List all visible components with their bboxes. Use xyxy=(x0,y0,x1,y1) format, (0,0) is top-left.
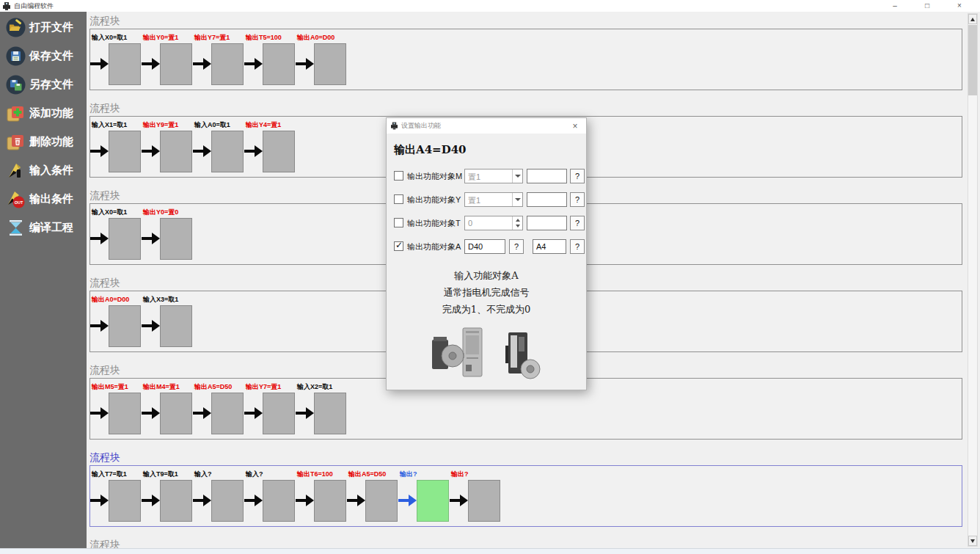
sidebar-item-label: 输入条件 xyxy=(29,164,73,178)
row-label-m: 输出功能对象M xyxy=(407,171,462,182)
sidebar-item-open-file[interactable]: 打开文件 xyxy=(0,13,87,42)
sidebar-item-compile-project[interactable]: 编译工程 xyxy=(0,214,87,242)
dialog-app-icon xyxy=(391,122,398,130)
minimize-button[interactable]: – xyxy=(879,0,911,12)
flow-cell: 输入X3=取1 xyxy=(142,295,193,347)
flow-step-box[interactable] xyxy=(263,393,295,434)
sidebar-item-input-condition[interactable]: 输入条件 xyxy=(0,156,87,185)
flow-step-box[interactable] xyxy=(109,218,141,260)
flow-step-box[interactable] xyxy=(109,393,141,434)
sidebar-item-delete-function[interactable]: 删除功能 xyxy=(0,128,87,156)
flow-cell-label: 输入? xyxy=(194,470,244,478)
scroll-up-icon xyxy=(970,18,975,21)
flow-arrow-icon xyxy=(142,305,160,347)
flow-arrow-icon xyxy=(193,130,211,172)
help-button-m[interactable]: ? xyxy=(570,169,585,183)
vertical-scrollbar[interactable] xyxy=(968,13,978,547)
sidebar-item-add-function[interactable]: 添加功能 xyxy=(0,99,87,128)
flow-step-box[interactable] xyxy=(109,43,141,85)
checkbox-y[interactable] xyxy=(394,194,403,204)
dialog-titlebar[interactable]: 设置输出功能 × xyxy=(387,118,586,134)
flow-step-box[interactable] xyxy=(314,480,346,522)
sidebar-item-label: 添加功能 xyxy=(29,106,73,120)
sidebar-item-output-condition[interactable]: OUT 输出条件 xyxy=(0,185,87,214)
output-condition-icon: OUT xyxy=(5,189,26,210)
flow-step-box[interactable] xyxy=(160,218,192,260)
value-input-t[interactable] xyxy=(527,216,567,230)
scroll-down-button[interactable] xyxy=(968,536,977,546)
flow-step-box[interactable] xyxy=(468,480,500,522)
taskbar-edge xyxy=(0,548,980,554)
spin-up-icon xyxy=(516,219,520,222)
flow-step-box[interactable] xyxy=(160,43,192,85)
flow-block-container[interactable]: 输入T7=取1输入T9=取1输入?输入?输出T6=100输出A5=D50输出?输… xyxy=(89,465,962,527)
flow-step-box[interactable] xyxy=(109,131,141,172)
flow-step-box[interactable] xyxy=(211,393,244,434)
help-button-t[interactable]: ? xyxy=(570,216,585,230)
data-register-input-a[interactable] xyxy=(464,239,505,254)
flow-step-box[interactable] xyxy=(160,393,192,434)
dialog-close-button[interactable]: × xyxy=(568,121,582,131)
save-as-file-icon xyxy=(5,75,26,95)
checkbox-t[interactable] xyxy=(394,218,403,227)
flow-step-box[interactable] xyxy=(211,131,244,172)
flow-step-box[interactable] xyxy=(211,480,244,522)
flow-step-box[interactable] xyxy=(263,43,295,85)
mode-dropdown-m[interactable]: 置1 xyxy=(464,169,523,183)
scroll-down-icon xyxy=(970,539,975,543)
dialog-rows: 输出功能对象M 置1 ? 输出功能对象Y 置1 ? xyxy=(387,169,586,254)
flow-step-box[interactable] xyxy=(314,43,346,85)
sidebar-item-save-as-file[interactable]: 另存文件 xyxy=(0,70,87,99)
close-button[interactable]: × xyxy=(943,0,976,12)
sidebar-item-save-file[interactable]: 保存文件 xyxy=(0,42,87,70)
help-button-a2[interactable]: ? xyxy=(570,239,585,254)
value-input-m[interactable] xyxy=(527,169,567,183)
flow-step-box[interactable] xyxy=(314,393,346,434)
output-function-dialog: 设置输出功能 × 输出A4=D40 输出功能对象M 置1 ? 输出功能对象Y 置… xyxy=(386,117,587,390)
flow-cell: 输入T7=取1 xyxy=(90,470,142,522)
axis-input-a[interactable] xyxy=(533,239,566,254)
help-button-y[interactable]: ? xyxy=(570,192,585,207)
value-input-y[interactable] xyxy=(527,192,567,207)
flow-block-title: 流程块 xyxy=(89,102,969,114)
flow-arrow-icon xyxy=(296,392,314,434)
flow-step-box[interactable] xyxy=(109,480,141,522)
flow-step-box[interactable] xyxy=(263,131,295,172)
help-button-a1[interactable]: ? xyxy=(509,239,524,254)
flow-step-box[interactable] xyxy=(160,480,192,522)
flow-step-box[interactable] xyxy=(263,480,295,522)
flow-step-box[interactable] xyxy=(365,480,398,522)
timer-spinner[interactable]: 0 xyxy=(464,216,523,230)
flow-cell: 输出Y0=置0 xyxy=(142,208,193,260)
scroll-up-button[interactable] xyxy=(968,14,977,24)
flow-block-title: 流程块 xyxy=(89,539,969,548)
flow-cell-label: 输入? xyxy=(246,470,296,478)
mode-dropdown-y[interactable]: 置1 xyxy=(464,192,523,207)
open-file-icon xyxy=(5,18,26,38)
spinner-value: 0 xyxy=(468,219,472,227)
flow-cell-label: 输出Y7=置1 xyxy=(194,33,244,42)
flow-arrow-icon xyxy=(142,392,160,434)
flow-block-container[interactable]: 输入X0=取1输出Y0=置1输出Y7=置1输出T5=100输出A0=D00 xyxy=(89,29,962,90)
compile-project-icon xyxy=(5,218,26,238)
flow-step-box[interactable] xyxy=(160,305,192,347)
spinner-buttons[interactable] xyxy=(512,216,522,230)
flow-step-box[interactable] xyxy=(160,131,192,172)
scrollbar-thumb[interactable] xyxy=(968,25,977,95)
flow-cell: 输出A5=D50 xyxy=(347,470,398,522)
flow-step-box[interactable] xyxy=(109,305,141,347)
flow-arrow-icon xyxy=(244,392,263,434)
flow-arrow-icon xyxy=(90,479,109,522)
flow-cell-label: 输入X1=取1 xyxy=(92,120,142,129)
note-line: 完成为1、不完成为0 xyxy=(387,301,586,318)
output-row-a: 输出功能对象A ? ? xyxy=(387,239,586,254)
row-label-a: 输出功能对象A xyxy=(407,241,461,252)
checkbox-m[interactable] xyxy=(394,171,403,181)
flow-cell-label: 输出Y0=置0 xyxy=(143,208,193,216)
flow-arrow-icon xyxy=(90,305,109,347)
checkbox-a[interactable] xyxy=(394,241,403,251)
flow-step-box[interactable] xyxy=(211,43,244,85)
flow-cell: 输出Y4=置1 xyxy=(244,120,296,172)
maximize-button[interactable]: □ xyxy=(911,0,943,12)
flow-step-box[interactable] xyxy=(417,480,449,522)
